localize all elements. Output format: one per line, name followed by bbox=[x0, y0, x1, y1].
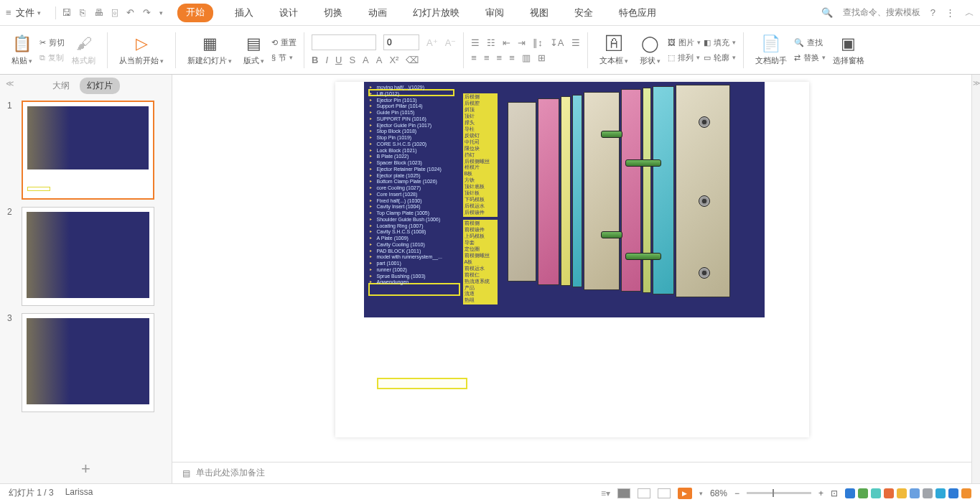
font-color-button[interactable]: A bbox=[363, 55, 369, 65]
underline-button[interactable]: U bbox=[335, 55, 342, 65]
find-button[interactable]: 🔍查找 bbox=[794, 37, 826, 48]
print-preview-icon[interactable]: ⎘ bbox=[80, 7, 85, 18]
notes-bar[interactable]: ▤ 单击此处添加备注 bbox=[172, 462, 971, 483]
align-left-button[interactable]: ≡ bbox=[471, 52, 477, 63]
tab-security[interactable]: 安全 bbox=[570, 4, 597, 22]
canvas-scroll[interactable]: moving half(...)(1029)Lift (1012)Ejector… bbox=[172, 75, 971, 462]
help-icon[interactable]: ? bbox=[930, 7, 935, 18]
tab-slides[interactable]: 幻灯片 bbox=[80, 78, 120, 94]
search-icon[interactable]: 🔍 bbox=[821, 7, 833, 18]
distribute-button[interactable]: ⊞ bbox=[538, 52, 546, 63]
tab-design[interactable]: 设计 bbox=[275, 4, 302, 22]
reset-button[interactable]: ⟲重置 bbox=[271, 37, 297, 48]
zoom-slider[interactable] bbox=[747, 492, 811, 494]
app-tray-icons[interactable] bbox=[845, 488, 971, 498]
more-icon[interactable]: ⋮ bbox=[946, 7, 955, 18]
slide-thumb-2[interactable]: 2 bbox=[7, 207, 164, 306]
preview-icon[interactable]: ⌻ bbox=[112, 7, 118, 18]
doc-helper-button[interactable]: 📄 文档助手 bbox=[751, 29, 791, 72]
slideshow-dropdown-icon[interactable]: ▾ bbox=[699, 490, 703, 497]
fill-button[interactable]: ◧填充▾ bbox=[704, 37, 736, 48]
undo-icon[interactable]: ↶ bbox=[126, 7, 134, 18]
tab-slideshow[interactable]: 幻灯片放映 bbox=[409, 4, 464, 22]
italic-button[interactable]: I bbox=[325, 55, 328, 65]
align-justify-button[interactable]: ≡ bbox=[509, 52, 515, 63]
paste-label: 粘贴 bbox=[11, 55, 27, 66]
zoom-in-button[interactable]: + bbox=[818, 488, 823, 498]
paste-group[interactable]: 📋 粘贴▾ bbox=[7, 29, 37, 72]
font-size-combo[interactable] bbox=[383, 34, 419, 50]
add-slide-button[interactable]: + bbox=[0, 455, 172, 483]
zoom-out-button[interactable]: − bbox=[734, 488, 739, 498]
line-spacing-button[interactable]: ‖↕ bbox=[533, 37, 543, 48]
fit-button[interactable]: ⊡ bbox=[831, 488, 838, 498]
indent-inc-button[interactable]: ⇥ bbox=[518, 37, 526, 48]
bullets-button[interactable]: ☰ bbox=[471, 37, 480, 48]
tab-insert[interactable]: 插入 bbox=[230, 4, 258, 22]
copy-button[interactable]: ⧉复制 bbox=[39, 52, 65, 63]
tab-animation[interactable]: 动画 bbox=[364, 4, 391, 22]
textbox-button[interactable]: 🄰 文本框▾ bbox=[595, 29, 633, 72]
tab-transition[interactable]: 切换 bbox=[319, 4, 347, 22]
tab-outline[interactable]: 大纲 bbox=[52, 80, 70, 92]
cut-button[interactable]: ✂剪切 bbox=[39, 37, 65, 48]
find-icon: 🔍 bbox=[794, 38, 804, 47]
decrease-font-icon[interactable]: A⁻ bbox=[445, 37, 457, 48]
tab-special[interactable]: 特色应用 bbox=[615, 4, 661, 22]
clear-format-button[interactable]: ⌫ bbox=[406, 55, 419, 65]
outline-button[interactable]: ▭轮廓▾ bbox=[704, 52, 736, 63]
font-family-combo[interactable] bbox=[312, 34, 376, 50]
new-slide-button[interactable]: ▦ 新建幻灯片▾ bbox=[183, 29, 236, 72]
view-sorter-button[interactable] bbox=[638, 488, 650, 498]
slide-thumb-1[interactable]: 1 bbox=[7, 101, 164, 200]
numbering-button[interactable]: ☷ bbox=[487, 37, 495, 48]
view-reading-button[interactable] bbox=[658, 488, 671, 498]
slide-canvas[interactable]: moving half(...)(1029)Lift (1012)Ejector… bbox=[335, 82, 809, 437]
indent-dec-button[interactable]: ⇤ bbox=[503, 37, 510, 48]
menubar-right: 🔍 查找命令、搜索模板 ? ⋮ ︿ bbox=[821, 6, 974, 19]
collapse-panel-icon[interactable]: ≪ bbox=[6, 79, 14, 88]
hamburger-icon[interactable]: ≡ bbox=[6, 7, 11, 18]
shapes-icon: ◯ bbox=[641, 34, 659, 54]
collapse-ribbon-icon[interactable]: ︿ bbox=[965, 6, 974, 19]
layout-button[interactable]: ▤ 版式▾ bbox=[239, 29, 269, 72]
columns-button[interactable]: ▥ bbox=[522, 52, 531, 63]
picture-button[interactable]: 🖼图片▾ bbox=[668, 37, 701, 48]
select-pane-button[interactable]: ▣ 选择窗格 bbox=[829, 29, 869, 72]
right-rail-collapsed[interactable]: ≫ bbox=[971, 75, 980, 483]
format-painter-button[interactable]: 🖌 格式刷 bbox=[67, 29, 100, 72]
tab-start[interactable]: 开始 bbox=[177, 4, 213, 22]
qat-more-icon[interactable]: ▾ bbox=[159, 9, 163, 17]
align-text-button[interactable]: ☰ bbox=[571, 37, 580, 48]
text-direction-button[interactable]: ↧A bbox=[550, 37, 564, 48]
notes-placeholder[interactable]: 单击此处添加备注 bbox=[196, 467, 265, 479]
thumbnail-list[interactable]: 1 2 3 bbox=[0, 96, 172, 455]
tab-view[interactable]: 视图 bbox=[526, 4, 553, 22]
notes-toggle-icon[interactable]: ≡▾ bbox=[601, 488, 610, 498]
increase-font-icon[interactable]: A⁺ bbox=[426, 37, 438, 48]
search-hint[interactable]: 查找命令、搜索模板 bbox=[843, 6, 920, 19]
slide-thumb-3[interactable]: 3 bbox=[7, 313, 164, 412]
scissors-icon: ✂ bbox=[39, 38, 46, 47]
bold-button[interactable]: B bbox=[312, 55, 318, 65]
tab-review[interactable]: 审阅 bbox=[481, 4, 508, 22]
shapes-button[interactable]: ◯ 形状▾ bbox=[635, 29, 665, 72]
from-current-button[interactable]: ▷ 从当前开始▾ bbox=[115, 29, 168, 72]
redo-icon[interactable]: ↷ bbox=[143, 7, 151, 18]
print-icon[interactable]: 🖶 bbox=[94, 7, 103, 18]
file-menu[interactable]: 文件 ▾ bbox=[16, 6, 41, 19]
slideshow-button[interactable]: ▶ bbox=[678, 488, 692, 499]
replace-icon: ⇄ bbox=[794, 53, 801, 62]
superscript-button[interactable]: X² bbox=[389, 55, 398, 65]
strike-button[interactable]: S bbox=[349, 55, 355, 65]
align-center-button[interactable]: ≡ bbox=[484, 52, 490, 63]
save-icon[interactable]: 🖫 bbox=[62, 7, 71, 18]
view-normal-button[interactable] bbox=[617, 488, 630, 498]
highlight-button[interactable]: A bbox=[376, 55, 383, 65]
textbox-icon: 🄰 bbox=[606, 34, 622, 54]
replace-button[interactable]: ⇄替换▾ bbox=[794, 52, 826, 63]
arrange-button[interactable]: ⬚排列▾ bbox=[668, 52, 701, 63]
section-button[interactable]: §节▾ bbox=[271, 52, 297, 63]
yellow-callout-box bbox=[377, 378, 467, 389]
align-right-button[interactable]: ≡ bbox=[497, 52, 503, 63]
